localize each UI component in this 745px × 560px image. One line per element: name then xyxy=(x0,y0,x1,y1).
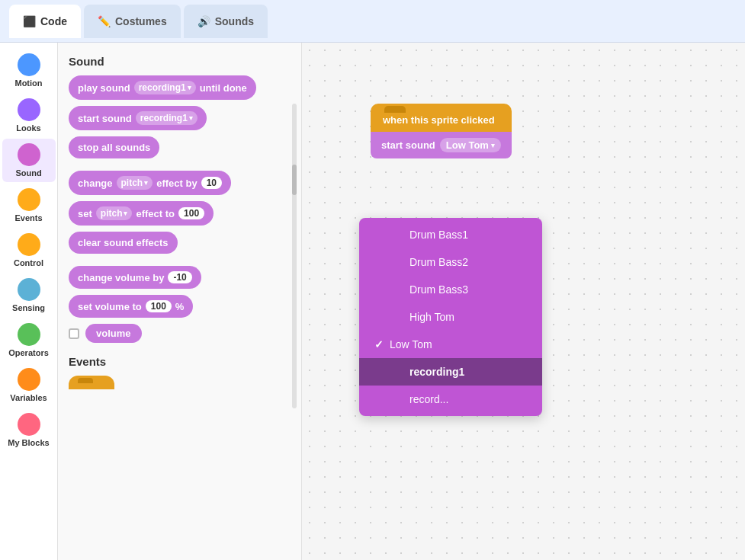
event-hat-block[interactable]: when this sprite clicked xyxy=(371,104,512,132)
dropdown-item-drum-bass3[interactable]: Drum Bass3 xyxy=(359,276,542,303)
sidebar-item-looks[interactable]: Looks xyxy=(2,94,56,137)
block-play-sound[interactable]: play sound recording1 ▾ until done xyxy=(69,75,256,100)
tab-code[interactable]: ⬛ Code xyxy=(9,5,81,38)
dropdown-arrow-icon: ▾ xyxy=(188,84,191,91)
events-section: Events xyxy=(69,355,291,392)
sound-dropdown-arrow: ▾ xyxy=(491,142,495,149)
volume-checkbox[interactable] xyxy=(69,328,79,339)
event-block-stub[interactable] xyxy=(69,376,114,389)
script-group: when this sprite clicked start sound Low… xyxy=(371,104,512,158)
control-label: Control xyxy=(14,258,43,267)
sensing-label: Sensing xyxy=(12,303,45,312)
dropdown-item-high-tom[interactable]: High Tom xyxy=(359,303,542,331)
operators-dot xyxy=(18,323,40,346)
sidebar-item-motion[interactable]: Motion xyxy=(2,49,56,92)
block-stop-all-sounds[interactable]: stop all sounds xyxy=(69,136,159,158)
volume-reporter-row: volume xyxy=(69,324,291,343)
scrollbar-thumb[interactable] xyxy=(292,165,297,195)
set-effect-dropdown[interactable]: pitch ▾ xyxy=(96,206,133,220)
dropdown-item-record[interactable]: record... xyxy=(359,386,542,413)
costumes-icon: ✏️ xyxy=(98,15,111,27)
hat-bump xyxy=(384,106,406,113)
events-dot xyxy=(18,188,40,211)
dropdown-arrow-icon3: ▾ xyxy=(144,179,148,187)
code-icon: ⬛ xyxy=(23,15,36,27)
dropdown-item-recording1[interactable]: recording1 xyxy=(359,358,542,386)
sound-dropdown-menu: Drum Bass1 Drum Bass2 Drum Bass3 High To… xyxy=(359,218,542,416)
sound-section-title: Sound xyxy=(69,55,291,68)
events-label: Events xyxy=(14,213,42,222)
myblocks-dot xyxy=(18,413,40,436)
sound-label: Sound xyxy=(15,168,41,178)
blocks-panel: Sound play sound recording1 ▾ until done… xyxy=(58,43,302,560)
block-clear-effects[interactable]: clear sound effects xyxy=(69,232,178,254)
change-effect-dropdown[interactable]: pitch ▾ xyxy=(117,176,153,190)
top-tab-bar: ⬛ Code ✏️ Costumes 🔊 Sounds xyxy=(0,0,745,43)
block-volume-reporter[interactable]: volume xyxy=(85,324,142,343)
block-set-volume[interactable]: set volume to 100 % xyxy=(69,295,193,318)
sidebar-item-sound[interactable]: Sound xyxy=(2,139,56,182)
dropdown-arrow-icon4: ▾ xyxy=(124,210,127,217)
looks-dot xyxy=(18,98,40,121)
play-sound-dropdown[interactable]: recording1 ▾ xyxy=(134,81,196,94)
block-change-volume[interactable]: change volume by -10 xyxy=(69,266,201,289)
scrollbar-track[interactable] xyxy=(292,104,297,408)
sidebar-item-operators[interactable]: Operators xyxy=(2,318,56,362)
operators-label: Operators xyxy=(8,348,49,357)
main-layout: Motion Looks Sound Events Control Sensin… xyxy=(0,43,745,560)
sidebar-item-variables[interactable]: Variables xyxy=(2,363,56,407)
start-sound-dropdown[interactable]: recording1 ▾ xyxy=(136,111,197,125)
sidebar-item-sensing[interactable]: Sensing xyxy=(2,274,56,317)
tab-costumes[interactable]: ✏️ Costumes xyxy=(84,5,181,38)
block-set-effect[interactable]: set pitch ▾ effect to 100 xyxy=(69,201,214,226)
sidebar-item-events[interactable]: Events xyxy=(2,184,56,227)
sensing-dot xyxy=(18,278,40,301)
events-section-title: Events xyxy=(69,355,291,368)
sound-dot xyxy=(18,143,40,166)
control-dot xyxy=(18,233,40,256)
sounds-icon: 🔊 xyxy=(197,15,210,27)
block-change-effect[interactable]: change pitch ▾ effect by 10 xyxy=(69,171,231,195)
variables-dot xyxy=(18,368,40,391)
looks-label: Looks xyxy=(16,123,40,133)
block-start-sound[interactable]: start sound recording1 ▾ xyxy=(69,106,207,130)
canvas-area: when this sprite clicked start sound Low… xyxy=(302,43,745,560)
sound-dropdown-button[interactable]: Low Tom ▾ xyxy=(440,138,501,152)
motion-dot xyxy=(18,53,40,76)
dropdown-item-drum-bass1[interactable]: Drum Bass1 xyxy=(359,221,542,248)
myblocks-label: My Blocks xyxy=(8,438,49,447)
dropdown-item-drum-bass2[interactable]: Drum Bass2 xyxy=(359,248,542,276)
start-sound-canvas-block[interactable]: start sound Low Tom ▾ xyxy=(371,132,512,158)
sidebar-item-myblocks[interactable]: My Blocks xyxy=(2,408,56,452)
sidebar: Motion Looks Sound Events Control Sensin… xyxy=(0,43,58,560)
dropdown-item-low-tom[interactable]: Low Tom xyxy=(359,331,542,358)
variables-label: Variables xyxy=(10,393,47,402)
motion-label: Motion xyxy=(14,78,42,88)
tab-sounds[interactable]: 🔊 Sounds xyxy=(184,5,268,38)
sidebar-item-control[interactable]: Control xyxy=(2,229,56,272)
dropdown-arrow-icon2: ▾ xyxy=(189,114,193,122)
